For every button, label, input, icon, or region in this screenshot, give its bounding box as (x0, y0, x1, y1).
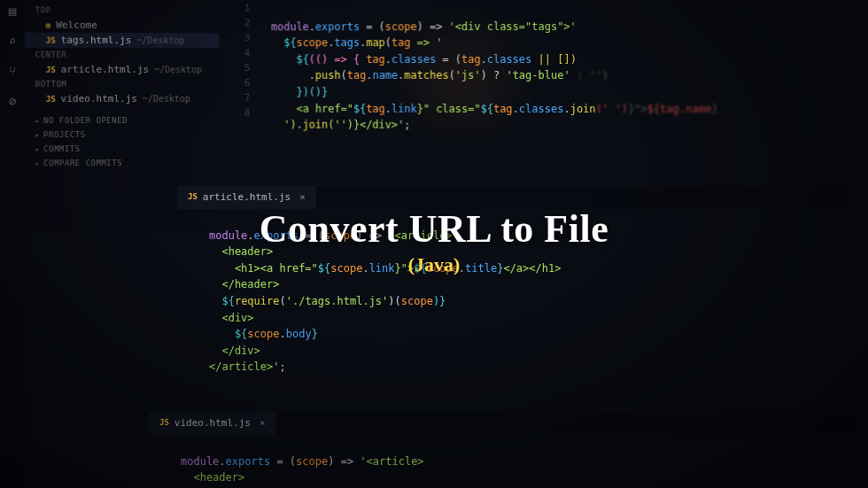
explorer-section-center: CENTER (25, 48, 220, 63)
sidebar-item-path: ~/Desktop (154, 65, 202, 74)
sidebar-item-label: video.html.js (61, 93, 137, 105)
js-icon: JS (46, 35, 56, 44)
js-icon: JS (46, 94, 56, 103)
js-icon: JS (159, 417, 169, 430)
explorer-folder-compare[interactable]: ▸COMPARE COMMITS (25, 156, 220, 171)
sidebar-item-video[interactable]: JS video.html.js ~/Desktop (25, 91, 220, 106)
close-icon[interactable]: × (260, 415, 266, 430)
sidebar-item-path: ~/Desktop (143, 94, 190, 104)
sidebar-item-label: article.html.js (61, 64, 149, 75)
debug-icon[interactable]: ⊘ (5, 94, 19, 108)
sidebar-item-article[interactable]: JS article.html.js ~/Desktop (25, 62, 220, 77)
tab-bar: JS video.html.js × (149, 412, 857, 435)
sidebar-item-label: tags.html.js (61, 35, 132, 46)
sidebar-item-path: ~/Desktop (136, 35, 184, 45)
activity-bar: ▤ ⌕ ⑂ ⊘ (0, 0, 25, 488)
editor-pane-tags: 1 2 3 4 5 6 7 8 module.exports = (scope)… (233, 0, 868, 151)
chevron-right-icon: ▸ (35, 145, 40, 153)
sidebar-item-label: Welcome (56, 19, 97, 31)
explorer-section-top: TOP (25, 3, 220, 18)
chevron-right-icon: ▸ (35, 159, 40, 167)
tab-label: article.html.js (203, 190, 291, 205)
chevron-right-icon: ▸ (35, 117, 40, 125)
close-icon[interactable]: × (299, 190, 306, 205)
explorer-section-bottom: BOTTOM (25, 77, 220, 91)
explorer-folder-commits[interactable]: ▸COMMITS (25, 142, 220, 156)
tab-label: video.html.js (174, 415, 251, 430)
tab-video[interactable]: JS video.html.js × (149, 412, 277, 435)
code-content[interactable]: module.exports = (scope) => '<div class=… (233, 0, 868, 151)
explorer-folder-none[interactable]: ▸NO FOLDER OPENED (25, 113, 220, 128)
chevron-right-icon: ▸ (35, 131, 40, 139)
line-gutter: 1 2 3 4 5 6 7 8 (233, 1, 258, 121)
js-icon: JS (188, 191, 198, 204)
git-icon[interactable]: ⑂ (5, 64, 19, 78)
editor-pane-article: JS article.html.js × module.exports = (s… (177, 186, 850, 392)
vscode-icon: ⊞ (46, 20, 50, 29)
js-icon: JS (46, 65, 56, 74)
explorer-folder-projects[interactable]: ▸PROJECTS (25, 128, 220, 142)
code-content[interactable]: module.exports = (scope) => '<article> <… (177, 209, 850, 392)
tab-article[interactable]: JS article.html.js × (177, 186, 317, 209)
files-icon[interactable]: ▤ (5, 4, 19, 18)
code-content[interactable]: module.exports = (scope) => '<article> <… (149, 435, 857, 488)
sidebar-item-welcome[interactable]: ⊞ Welcome (25, 17, 220, 33)
sidebar-item-tags[interactable]: JS tags.html.js ~/Desktop (25, 33, 220, 49)
editor-pane-video: JS video.html.js × module.exports = (sco… (149, 412, 857, 488)
tab-bar: JS article.html.js × (177, 186, 850, 209)
search-icon[interactable]: ⌕ (5, 34, 19, 48)
